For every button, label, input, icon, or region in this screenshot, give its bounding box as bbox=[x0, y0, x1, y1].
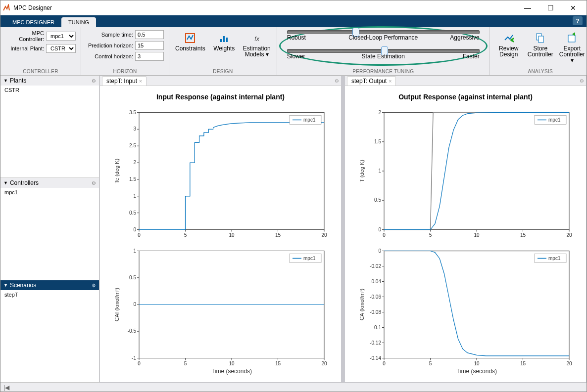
sample-time-input[interactable] bbox=[135, 30, 164, 39]
svg-rect-65 bbox=[384, 113, 569, 230]
data-browser: ▼ Plants ⚙ CSTR ▼ Controllers ⚙ mpc1 ▼ bbox=[0, 76, 99, 383]
close-button[interactable]: ✕ bbox=[562, 0, 585, 15]
svg-text:3.5: 3.5 bbox=[129, 110, 136, 115]
input-plot-title: Input Response (against internal plant) bbox=[112, 93, 329, 101]
internal-plant-select[interactable]: CSTR bbox=[46, 44, 76, 53]
svg-text:0: 0 bbox=[133, 302, 136, 307]
svg-text:CA (kmol/m³): CA (kmol/m³) bbox=[359, 289, 365, 320]
tab-mpc-designer[interactable]: MPC DESIGNER bbox=[5, 17, 61, 27]
slider2-right-label: Faster bbox=[463, 53, 480, 60]
svg-text:5: 5 bbox=[184, 361, 187, 366]
status-bar: |◀ bbox=[0, 383, 587, 392]
svg-text:0.5: 0.5 bbox=[129, 210, 136, 216]
design-section-label: DESIGN bbox=[174, 69, 272, 74]
analysis-section: Review Design Store Controller Export Co… bbox=[490, 27, 587, 75]
svg-text:10: 10 bbox=[229, 361, 235, 366]
svg-text:-0.06: -0.06 bbox=[370, 294, 381, 300]
scenarios-panel-header[interactable]: ▼ Scenarios ⚙ bbox=[0, 280, 99, 290]
svg-text:1.5: 1.5 bbox=[129, 176, 136, 182]
svg-text:2.5: 2.5 bbox=[129, 143, 136, 148]
close-icon[interactable]: × bbox=[389, 79, 391, 84]
svg-text:T (deg K): T (deg K) bbox=[359, 160, 365, 182]
export-controller-button[interactable]: Export Controller ▾ bbox=[558, 30, 586, 65]
horizon-section: Sample time: Prediction horizon: Control… bbox=[81, 27, 169, 75]
tab-tuning[interactable]: TUNING bbox=[61, 17, 96, 27]
list-item[interactable]: mpc1 bbox=[0, 188, 99, 197]
prediction-horizon-label: Prediction horizon: bbox=[86, 43, 133, 48]
list-item[interactable]: stepT bbox=[0, 290, 99, 299]
svg-text:0: 0 bbox=[138, 361, 141, 366]
svg-text:20: 20 bbox=[321, 232, 327, 238]
chart-input-caf: 05101520-1-0.500.51CAf (kmol/m³)Time (se… bbox=[112, 245, 329, 376]
svg-text:10: 10 bbox=[474, 232, 480, 238]
svg-text:5: 5 bbox=[184, 232, 187, 238]
controllers-panel-header[interactable]: ▼ Controllers ⚙ bbox=[0, 178, 99, 188]
svg-text:1: 1 bbox=[378, 168, 381, 174]
gear-icon[interactable]: ⚙ bbox=[92, 283, 96, 288]
closed-loop-slider[interactable] bbox=[287, 30, 480, 34]
plot-area: stepT: Input × ⚙ Input Response (against… bbox=[99, 76, 587, 383]
svg-rect-1 bbox=[220, 39, 222, 42]
maximize-button[interactable]: ☐ bbox=[539, 0, 562, 15]
svg-text:3: 3 bbox=[133, 126, 136, 131]
output-plot-tab[interactable]: stepT: Output × bbox=[347, 76, 396, 86]
svg-text:-0.04: -0.04 bbox=[370, 279, 381, 284]
control-horizon-input[interactable] bbox=[135, 52, 164, 61]
svg-text:-0.1: -0.1 bbox=[373, 325, 382, 330]
gear-icon[interactable]: ⚙ bbox=[92, 78, 96, 84]
slider1-left-label: Robust bbox=[287, 34, 306, 41]
svg-text:15: 15 bbox=[520, 232, 526, 238]
svg-rect-3 bbox=[226, 38, 228, 42]
help-button[interactable]: ? bbox=[573, 16, 583, 25]
svg-text:fx: fx bbox=[254, 36, 259, 43]
prediction-horizon-input[interactable] bbox=[135, 41, 164, 50]
list-item[interactable]: CSTR bbox=[0, 86, 99, 94]
svg-text:mpc1: mpc1 bbox=[303, 117, 316, 123]
svg-text:0: 0 bbox=[383, 232, 386, 238]
svg-text:CAf (kmol/m³): CAf (kmol/m³) bbox=[114, 288, 120, 321]
svg-text:0: 0 bbox=[383, 361, 386, 366]
controller-section: MPC Controller: mpc1 Internal Plant: CST… bbox=[0, 27, 81, 75]
constraints-button[interactable]: Constraints bbox=[174, 30, 206, 53]
output-plot-title: Output Response (against internal plant) bbox=[357, 93, 574, 101]
tuning-section-label: PERFORMANCE TUNING bbox=[287, 69, 480, 74]
review-design-button[interactable]: Review Design bbox=[495, 30, 523, 59]
internal-plant-label: Internal Plant: bbox=[5, 45, 44, 51]
weights-button[interactable]: Weights bbox=[210, 30, 238, 53]
state-estimation-slider[interactable] bbox=[287, 49, 480, 53]
export-icon bbox=[566, 32, 578, 44]
svg-text:20: 20 bbox=[566, 361, 572, 366]
plants-panel-header[interactable]: ▼ Plants ⚙ bbox=[0, 76, 99, 86]
estimation-models-button[interactable]: fx Estimation Models ▾ bbox=[242, 30, 272, 59]
collapse-icon: ▼ bbox=[3, 180, 8, 185]
svg-text:0.5: 0.5 bbox=[374, 197, 381, 203]
svg-text:-1: -1 bbox=[132, 355, 136, 361]
scenarios-panel: ▼ Scenarios ⚙ stepT bbox=[0, 280, 99, 383]
svg-text:0: 0 bbox=[138, 232, 141, 238]
design-section: Constraints Weights fx Estimation Models… bbox=[169, 27, 277, 75]
input-plot-pane: stepT: Input × ⚙ Input Response (against… bbox=[99, 76, 342, 383]
svg-text:10: 10 bbox=[229, 232, 235, 238]
svg-text:15: 15 bbox=[275, 232, 281, 238]
gear-icon[interactable]: ⚙ bbox=[92, 180, 96, 186]
slider1-center-label: Closed-Loop Performance bbox=[348, 34, 418, 41]
mpc-controller-select[interactable]: mpc1 bbox=[46, 32, 76, 41]
input-plot-tab[interactable]: stepT: Input × bbox=[102, 76, 147, 86]
gear-icon[interactable]: ⚙ bbox=[335, 78, 339, 84]
slider1-right-label: Aggressive bbox=[450, 34, 479, 41]
svg-text:-0.12: -0.12 bbox=[370, 340, 381, 346]
controller-section-label: CONTROLLER bbox=[5, 69, 76, 74]
store-controller-button[interactable]: Store Controller bbox=[527, 30, 554, 59]
plants-panel: ▼ Plants ⚙ CSTR bbox=[0, 76, 99, 178]
minimize-button[interactable]: — bbox=[516, 0, 539, 15]
close-icon[interactable]: × bbox=[139, 79, 142, 84]
svg-text:0: 0 bbox=[378, 248, 381, 254]
svg-text:mpc1: mpc1 bbox=[303, 256, 316, 261]
svg-text:mpc1: mpc1 bbox=[548, 117, 561, 123]
gear-icon[interactable]: ⚙ bbox=[580, 78, 584, 84]
svg-rect-90 bbox=[384, 251, 569, 358]
statusbar-back-icon[interactable]: |◀ bbox=[3, 384, 9, 391]
toolstrip: MPC Controller: mpc1 Internal Plant: CST… bbox=[0, 27, 587, 76]
weights-icon bbox=[218, 32, 230, 44]
horizon-section-label: HORIZON bbox=[86, 69, 164, 74]
